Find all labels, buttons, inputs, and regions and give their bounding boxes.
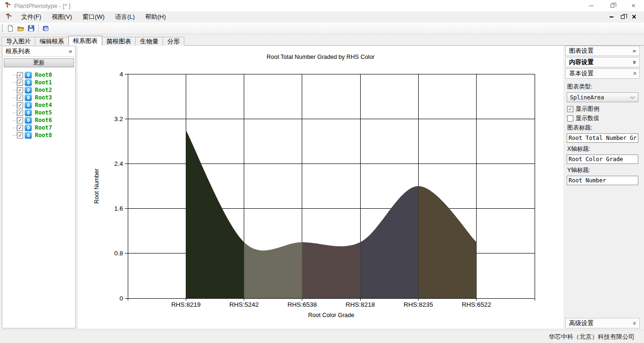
chart-title-input[interactable] bbox=[567, 133, 638, 143]
show-legend-checkbox[interactable]: ✓ bbox=[567, 106, 573, 112]
x-tick-label: RHS:6522 bbox=[462, 301, 491, 308]
tree-item-label: Root8 bbox=[35, 132, 52, 139]
tree-row-6: ✓0Root6 bbox=[2, 116, 75, 124]
close-icon: × bbox=[631, 2, 635, 9]
area-segment-3 bbox=[360, 186, 418, 298]
root-checkbox-5[interactable]: ✓ bbox=[17, 110, 23, 116]
tree-item-label: Root1 bbox=[35, 79, 52, 86]
minimize-button[interactable] bbox=[580, 0, 602, 11]
root-checkbox-3[interactable]: ✓ bbox=[17, 95, 23, 101]
open-folder-icon bbox=[17, 24, 25, 32]
menu-items: 文件(F)视图(V)窗口(W)语言(L)帮助(H) bbox=[16, 11, 171, 23]
tab-0[interactable]: 导入图片 bbox=[1, 37, 35, 46]
show-values-row: 显示数值 bbox=[567, 114, 638, 122]
tree-row-1: ✓0Root1 bbox=[2, 79, 75, 86]
tree-connector bbox=[13, 90, 17, 90]
tree-connector bbox=[13, 98, 17, 98]
chart-settings-panel: 图表设置 » 内容设置 » 基本设置 » 图表类型: SplineArea bbox=[565, 46, 640, 328]
update-button[interactable]: 更新 bbox=[4, 58, 74, 67]
menu-item-4[interactable]: 帮助(H) bbox=[140, 11, 171, 23]
count-badge: 0 bbox=[25, 124, 32, 131]
chart-title-label: 图表标题: bbox=[567, 124, 638, 132]
x-tick-label: RHS:6538 bbox=[288, 301, 317, 308]
tree-item-label: Root6 bbox=[35, 117, 52, 123]
x-tick-label: RHS:8218 bbox=[346, 301, 375, 308]
toolbar-grip bbox=[2, 24, 3, 32]
tree-row-0: ✓0Root0 bbox=[2, 71, 75, 79]
basic-settings-title: 基本设置 bbox=[569, 69, 594, 78]
chart-type-label: 图表类型: bbox=[567, 83, 638, 91]
content-settings-title: 内容设置 bbox=[569, 58, 594, 66]
menu-bar: 文件(F)视图(V)窗口(W)语言(L)帮助(H) × bbox=[0, 11, 644, 23]
app-plant-icon bbox=[4, 1, 11, 10]
content-settings-header[interactable]: 内容设置 » bbox=[565, 57, 640, 67]
root-checkbox-7[interactable]: ✓ bbox=[17, 125, 23, 131]
tree-row-5: ✓0Root5 bbox=[2, 109, 75, 116]
app-window: PlantPhenotype - [* ] × 文件(F)视图(V)窗口(W)语… bbox=[0, 0, 644, 343]
tree-item-label: Root7 bbox=[35, 124, 52, 131]
tab-3[interactable]: 菌根图表 bbox=[102, 37, 136, 46]
menu-item-0[interactable]: 文件(F) bbox=[16, 11, 47, 23]
mdi-close-button[interactable]: × bbox=[630, 13, 638, 21]
tree-item-label: Root4 bbox=[35, 102, 52, 108]
root-checkbox-1[interactable]: ✓ bbox=[17, 80, 23, 86]
root-checkbox-0[interactable]: ✓ bbox=[17, 72, 23, 78]
tab-2[interactable]: 根系图表 bbox=[68, 36, 102, 46]
mdi-restore-button[interactable] bbox=[619, 13, 627, 21]
save-button[interactable] bbox=[26, 23, 36, 33]
menu-item-2[interactable]: 窗口(W) bbox=[77, 11, 110, 23]
menu-item-1[interactable]: 视图(V) bbox=[47, 11, 77, 23]
y-tick-label: 3.2 bbox=[114, 115, 123, 122]
tree-connector bbox=[13, 113, 17, 113]
root-checkbox-4[interactable]: ✓ bbox=[17, 102, 23, 108]
show-values-checkbox[interactable] bbox=[567, 115, 573, 122]
area-segment-4 bbox=[418, 186, 476, 298]
help-icon: ? bbox=[42, 24, 50, 32]
chevron-double-up-icon: » bbox=[632, 72, 636, 75]
root-list-title: 根系列表 bbox=[6, 47, 30, 56]
open-file-button[interactable] bbox=[16, 23, 26, 33]
count-badge: 0 bbox=[25, 94, 32, 101]
tab-1[interactable]: 编辑根系 bbox=[35, 37, 69, 46]
basic-settings-header[interactable]: 基本设置 » bbox=[565, 68, 640, 79]
mdi-restore-icon bbox=[621, 15, 625, 19]
advanced-settings-header[interactable]: 高级设置 » bbox=[565, 318, 640, 328]
content: 根系列表 « 更新 ✓0Root0✓0Root1✓0Root2✓0Root3✓0… bbox=[0, 46, 644, 328]
show-values-label: 显示数值 bbox=[576, 114, 599, 122]
tree-item-label: Root2 bbox=[35, 87, 52, 93]
help-button[interactable]: ? bbox=[41, 23, 51, 33]
menu-item-3[interactable]: 语言(L) bbox=[110, 11, 140, 23]
tree-item-label: Root0 bbox=[35, 72, 52, 78]
mdi-minimize-button[interactable] bbox=[607, 13, 616, 21]
count-badge: 0 bbox=[25, 109, 32, 116]
y-axis-label: Y轴标题: bbox=[567, 166, 638, 174]
tab-5[interactable]: 分形 bbox=[163, 37, 184, 46]
new-file-button[interactable] bbox=[5, 23, 16, 33]
root-checkbox-2[interactable]: ✓ bbox=[17, 87, 23, 93]
tab-4[interactable]: 生物量 bbox=[135, 37, 163, 46]
y-tick-label: 0.8 bbox=[114, 250, 123, 257]
tree-row-2: ✓0Root2 bbox=[2, 86, 75, 94]
restore-icon bbox=[611, 4, 614, 8]
restore-button[interactable] bbox=[602, 0, 623, 11]
company-name: 华芯中科（北京）科技有限公司 bbox=[549, 333, 635, 341]
toolbar: ? bbox=[0, 23, 644, 34]
collapse-left-panel-icon[interactable]: « bbox=[69, 49, 72, 54]
area-segment-2 bbox=[302, 242, 360, 298]
new-file-icon bbox=[7, 24, 14, 32]
root-tree: ✓0Root0✓0Root1✓0Root2✓0Root3✓0Root4✓0Roo… bbox=[2, 70, 75, 328]
chevron-down-icon bbox=[630, 96, 635, 99]
chart-title: Root Total Number Graded by RHS Color bbox=[266, 54, 374, 60]
area-segment-1 bbox=[244, 242, 302, 298]
root-checkbox-8[interactable]: ✓ bbox=[17, 132, 23, 139]
chart-type-select[interactable]: SplineArea bbox=[567, 92, 638, 102]
save-icon bbox=[27, 24, 35, 32]
root-checkbox-6[interactable]: ✓ bbox=[17, 117, 23, 123]
collapse-right-panel-icon[interactable]: » bbox=[633, 49, 636, 53]
x-axis-title-input[interactable] bbox=[567, 155, 638, 164]
y-axis-title-input[interactable] bbox=[567, 176, 638, 185]
tree-connector bbox=[13, 82, 17, 83]
count-badge: 0 bbox=[25, 132, 32, 139]
close-button[interactable]: × bbox=[623, 0, 644, 11]
root-list-panel: 根系列表 « 更新 ✓0Root0✓0Root1✓0Root2✓0Root3✓0… bbox=[2, 46, 76, 328]
